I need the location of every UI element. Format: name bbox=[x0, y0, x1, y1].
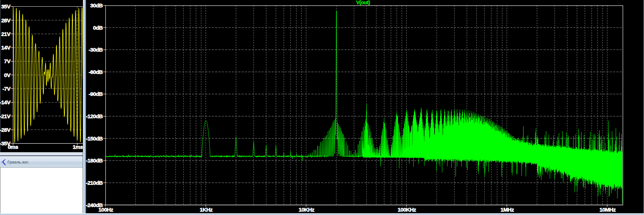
svg-text:30dB: 30dB bbox=[90, 2, 103, 8]
svg-text:100KHz: 100KHz bbox=[398, 207, 416, 213]
svg-text:-30dB: -30dB bbox=[89, 47, 103, 53]
svg-text:35V: 35V bbox=[1, 3, 10, 9]
svg-text:-180dB: -180dB bbox=[86, 158, 103, 163]
svg-text:1KHz: 1KHz bbox=[200, 207, 213, 213]
svg-text:V(out): V(out) bbox=[356, 0, 370, 5]
svg-text:-28V: -28V bbox=[0, 127, 11, 133]
svg-text:-120dB: -120dB bbox=[86, 113, 103, 119]
svg-text:-210dB: -210dB bbox=[86, 180, 103, 186]
svg-text:1ms: 1ms bbox=[73, 144, 83, 150]
svg-text:-60dB: -60dB bbox=[89, 69, 103, 75]
svg-text:-21V: -21V bbox=[0, 113, 11, 119]
svg-text:100Hz: 100Hz bbox=[98, 207, 113, 213]
svg-text:21V: 21V bbox=[1, 31, 10, 37]
svg-text:0V: 0V bbox=[4, 72, 11, 78]
svg-text:28V: 28V bbox=[1, 17, 10, 23]
svg-text:-7V: -7V bbox=[2, 86, 11, 92]
svg-text:-90dB: -90dB bbox=[89, 91, 103, 97]
svg-text:0ms: 0ms bbox=[8, 144, 18, 150]
svg-text:0dB: 0dB bbox=[93, 25, 103, 31]
svg-text:1MHz: 1MHz bbox=[501, 207, 514, 213]
svg-text:-150dB: -150dB bbox=[86, 136, 103, 141]
svg-text:10KHz: 10KHz bbox=[299, 207, 314, 213]
svg-text:7V: 7V bbox=[4, 58, 11, 64]
svg-text:-14V: -14V bbox=[0, 99, 11, 105]
svg-text:14V: 14V bbox=[1, 45, 10, 51]
svg-text:10MHz: 10MHz bbox=[599, 207, 616, 213]
